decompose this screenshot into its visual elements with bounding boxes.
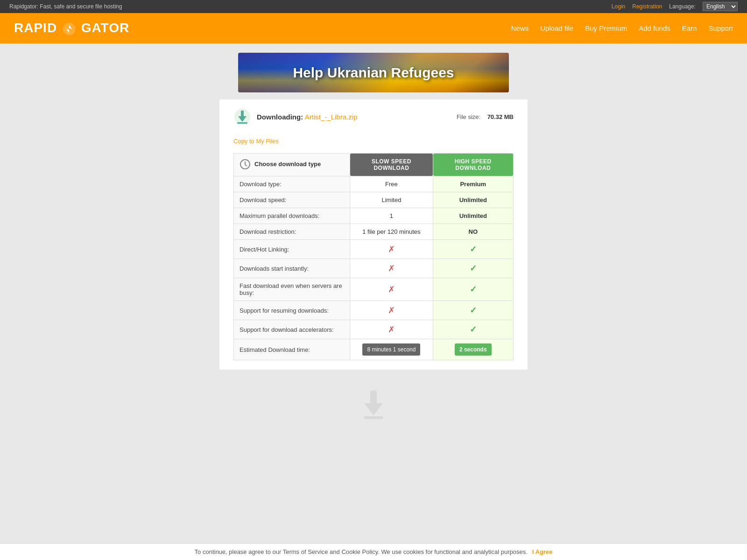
download-table-wrap: Choose download type SLOW SPEED DOWNLOAD… <box>219 153 528 370</box>
download-icon <box>233 108 251 126</box>
file-name-wrap: Downloading: Artist_-_Libra.zip <box>257 113 357 121</box>
nav-news[interactable]: News <box>511 24 529 32</box>
svg-rect-5 <box>237 122 247 124</box>
premium-col: Premium <box>433 176 513 192</box>
file-name-link[interactable]: Artist_-_Libra.zip <box>305 113 358 121</box>
tagline: Rapidgator: Fast, safe and secure file h… <box>9 3 122 10</box>
free-col: ✗ <box>350 240 433 259</box>
premium-col: ✓ <box>433 240 513 259</box>
register-link[interactable]: Registration <box>632 3 662 10</box>
clock-icon <box>240 159 251 170</box>
free-col: 1 <box>350 208 433 224</box>
check-icon: ✓ <box>470 264 477 273</box>
slow-download-btn[interactable]: SLOW SPEED DOWNLOAD <box>350 154 432 176</box>
row-label: Download type: <box>234 176 350 192</box>
svg-point-0 <box>63 22 75 35</box>
check-icon: ✓ <box>470 285 477 294</box>
logo[interactable]: RAPID GATOR <box>14 21 129 36</box>
download-table: Choose download type SLOW SPEED DOWNLOAD… <box>233 153 514 360</box>
row-label: Downloads start instantly: <box>234 259 350 278</box>
svg-marker-10 <box>364 403 383 415</box>
free-col: Free <box>350 176 433 192</box>
file-info: Downloading: Artist_-_Libra.zip File siz… <box>233 108 514 126</box>
nav-earn[interactable]: Earn <box>682 24 697 32</box>
copy-link-wrap: Copy to My Files <box>219 134 528 153</box>
premium-col: ✓ <box>433 259 513 278</box>
ukraine-banner: Help Ukranian Refugees <box>238 53 509 92</box>
banner-wrap: Help Ukranian Refugees <box>238 53 509 92</box>
svg-rect-11 <box>364 416 383 419</box>
row-label: Direct/Hot Linking: <box>234 240 350 259</box>
choose-label: Choose download type <box>254 161 321 168</box>
fast-time: 2 seconds <box>455 343 492 356</box>
fast-download-btn[interactable]: HIGH SPEED DOWNLOAD <box>433 154 513 176</box>
row-label: Download restriction: <box>234 224 350 240</box>
svg-line-8 <box>245 165 247 166</box>
logo-text: RAPID GATOR <box>14 21 129 36</box>
file-size-label: File size: <box>457 113 480 120</box>
free-col: Limited <box>350 192 433 208</box>
copy-to-my-files-link[interactable]: Copy to My Files <box>233 138 279 145</box>
table-row: Support for download accelerators:✗✓ <box>234 320 514 339</box>
table-row: Download speed:LimitedUnlimited <box>234 192 514 208</box>
premium-col: ✓ <box>433 278 513 301</box>
nav-upload[interactable]: Upload file <box>540 24 573 32</box>
premium-col: Unlimited <box>433 192 513 208</box>
file-size-wrap: File size: 70.32 MB <box>457 113 514 120</box>
svg-rect-9 <box>370 391 377 405</box>
top-bar-right: Login Registration Language: English Deu… <box>612 2 738 11</box>
main-content: Help Ukranian Refugees Downloading: Arti… <box>0 43 747 469</box>
free-col: 8 minutes 1 second <box>350 339 433 360</box>
table-row: Maximum parallel downloads:1Unlimited <box>234 208 514 224</box>
cross-icon: ✗ <box>388 245 395 254</box>
slow-time: 8 minutes 1 second <box>362 343 420 356</box>
banner-text: Help Ukranian Refugees <box>293 65 454 81</box>
main-nav: News Upload file Buy Premium Add funds E… <box>511 24 733 32</box>
check-icon: ✓ <box>470 245 477 254</box>
table-row: Estimated Download time:8 minutes 1 seco… <box>234 339 514 360</box>
dl-watermark <box>357 388 390 422</box>
downloading-label: Downloading: <box>257 113 303 121</box>
premium-col: Unlimited <box>433 208 513 224</box>
language-select[interactable]: English Deutsch Français Español Русский <box>703 2 738 11</box>
free-col: 1 file per 120 minutes <box>350 224 433 240</box>
login-link[interactable]: Login <box>612 3 625 10</box>
premium-col: ✓ <box>433 320 513 339</box>
nav-add-funds[interactable]: Add funds <box>639 24 670 32</box>
free-col: ✗ <box>350 301 433 320</box>
row-label: Download speed: <box>234 192 350 208</box>
cross-icon: ✗ <box>388 285 395 294</box>
row-label: Support for download accelerators: <box>234 320 350 339</box>
check-icon: ✓ <box>470 325 477 334</box>
file-size-value: 70.32 MB <box>487 113 514 120</box>
cross-icon: ✗ <box>388 264 395 273</box>
free-col: ✗ <box>350 278 433 301</box>
table-row: Fast download even when servers are busy… <box>234 278 514 301</box>
cross-icon: ✗ <box>388 325 395 334</box>
table-row: Support for resuming downloads:✗✓ <box>234 301 514 320</box>
nav-buy-premium[interactable]: Buy Premium <box>585 24 627 32</box>
free-col: ✗ <box>350 320 433 339</box>
table-row: Download restriction:1 file per 120 minu… <box>234 224 514 240</box>
top-bar: Rapidgator: Fast, safe and secure file h… <box>0 0 747 13</box>
table-row: Downloads start instantly:✗✓ <box>234 259 514 278</box>
cross-icon: ✗ <box>388 306 395 315</box>
file-info-left: Downloading: Artist_-_Libra.zip <box>233 108 357 126</box>
svg-rect-3 <box>241 111 244 117</box>
free-col: ✗ <box>350 259 433 278</box>
nav-support[interactable]: Support <box>708 24 733 32</box>
table-row: Direct/Hot Linking:✗✓ <box>234 240 514 259</box>
header: RAPID GATOR News Upload file Buy Premium… <box>0 13 747 43</box>
premium-col: 2 seconds <box>433 339 513 360</box>
row-label: Estimated Download time: <box>234 339 350 360</box>
row-label: Support for resuming downloads: <box>234 301 350 320</box>
table-row: Download type:FreePremium <box>234 176 514 192</box>
row-label: Fast download even when servers are busy… <box>234 278 350 301</box>
premium-col: ✓ <box>433 301 513 320</box>
check-icon: ✓ <box>470 306 477 315</box>
premium-col: NO <box>433 224 513 240</box>
row-label: Maximum parallel downloads: <box>234 208 350 224</box>
language-label: Language: <box>669 3 696 10</box>
file-info-wrap: Downloading: Artist_-_Libra.zip File siz… <box>219 99 528 134</box>
